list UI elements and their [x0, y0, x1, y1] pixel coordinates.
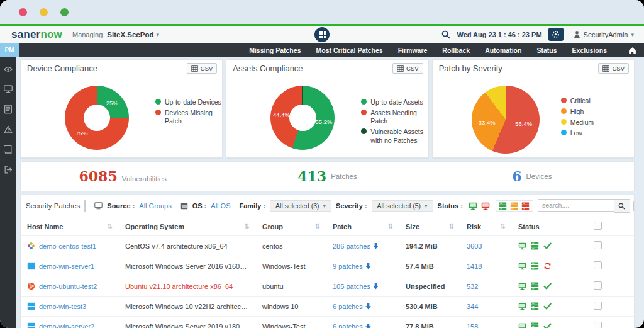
card-title: Patch by Severity — [439, 64, 502, 73]
sort-icon[interactable]: ⇅ — [108, 223, 113, 230]
device-compliance-donut[interactable]: 25%75% — [65, 86, 129, 150]
column-header-risk[interactable]: Risk⇅ — [460, 217, 512, 236]
search-icon[interactable] — [441, 30, 450, 39]
server-red-filter-icon[interactable] — [520, 201, 531, 211]
risk-link[interactable]: 1418 — [467, 263, 482, 270]
os-name: Microsoft Windows Server 2016 v1607 arch… — [125, 263, 256, 270]
legend-item: Up-to-date Assets — [361, 98, 428, 106]
download-icon — [365, 263, 371, 269]
slice-label: 55.2% — [316, 118, 333, 125]
risk-link[interactable]: 344 — [467, 303, 478, 310]
app-header: sanernow Managing SiteX.SecPod▾ Wed Aug … — [0, 26, 644, 43]
apps-grid-icon[interactable] — [314, 27, 330, 42]
group-name: Windows-Test — [262, 263, 305, 270]
server-green-icon — [531, 282, 539, 290]
select-all-checkbox[interactable] — [594, 222, 602, 230]
sort-icon[interactable]: ⇅ — [501, 223, 506, 230]
minimize-window-icon[interactable] — [40, 8, 48, 16]
column-header-group[interactable]: Group⇅ — [256, 217, 326, 236]
settings-button[interactable] — [548, 28, 564, 41]
family-label: Family : — [239, 202, 265, 210]
nav-item-firmware[interactable]: Firmware — [398, 47, 428, 54]
user-menu[interactable]: SecurityAdmin ▾ — [570, 31, 638, 38]
module-badge[interactable]: PM — [0, 43, 19, 57]
sanernow-logo: sanernow — [11, 28, 62, 41]
eye-icon[interactable] — [4, 64, 13, 74]
source-monitor-icon — [94, 202, 103, 210]
patch-severity-card: Patch by Severity CSV 56.4%33.4% Critica… — [432, 59, 635, 158]
patch-count-link[interactable]: 6 patches — [333, 323, 371, 328]
table-title: Security Patches — [26, 202, 80, 210]
account-selector[interactable]: SiteX.SecPod▾ — [107, 31, 159, 38]
severity-dropdown[interactable]: All selected (5)▾ — [372, 200, 433, 212]
csv-export-button[interactable]: CSV — [392, 63, 423, 74]
legend-item: Assets Needing Patch — [361, 109, 428, 125]
row-checkbox[interactable] — [594, 302, 602, 310]
monitor-icon[interactable] — [4, 84, 13, 94]
host-link[interactable]: demo-centos-test1 — [39, 242, 96, 250]
group-name: windows 10 — [262, 303, 298, 310]
nav-item-exclusions[interactable]: Exclusions — [572, 47, 607, 54]
nav-item-rollback[interactable]: Rollback — [442, 47, 470, 54]
column-header-host-name[interactable]: Host Name⇅ — [21, 217, 119, 236]
maximize-window-icon[interactable] — [60, 8, 69, 16]
nav-item-most-critical-patches[interactable]: Most Critical Patches — [316, 47, 382, 54]
sort-icon[interactable]: ⇅ — [388, 223, 393, 230]
row-checkbox[interactable] — [594, 322, 602, 328]
row-checkbox[interactable] — [594, 261, 602, 269]
search-button[interactable] — [614, 199, 630, 213]
risk-link[interactable]: 158 — [467, 323, 478, 328]
home-icon[interactable] — [628, 43, 636, 57]
column-header-size[interactable]: Size⇅ — [399, 217, 460, 236]
risk-link[interactable]: 3603 — [467, 242, 482, 250]
source-value-link[interactable]: All Groups — [139, 202, 171, 210]
column-header-patch[interactable]: Patch⇅ — [326, 217, 399, 236]
host-link[interactable]: demo-win-test3 — [39, 303, 86, 310]
risk-link[interactable]: 532 — [467, 283, 478, 290]
chart-legend: Up-to-date AssetsAssets Needing PatchVul… — [361, 98, 428, 147]
server-green-filter-icon[interactable] — [497, 201, 509, 211]
report-icon[interactable] — [4, 105, 13, 114]
search-input[interactable] — [538, 199, 614, 212]
status-filter-icons — [467, 201, 491, 211]
patch-severity-pie[interactable]: 56.4%33.4% — [472, 86, 540, 154]
signout-icon[interactable] — [4, 165, 13, 174]
nav-item-automation[interactable]: Automation — [485, 47, 521, 54]
warning-icon[interactable] — [4, 125, 13, 134]
sort-icon[interactable]: ⇅ — [315, 223, 320, 230]
monitor-green-filter-icon[interactable] — [467, 201, 479, 211]
family-dropdown[interactable]: All selected (3)▾ — [270, 200, 331, 212]
sort-icon[interactable]: ⇅ — [245, 223, 250, 230]
host-link[interactable]: demo-ubuntu-test2 — [39, 283, 97, 290]
csv-export-button[interactable]: CSV — [187, 63, 218, 74]
os-value-link[interactable]: All OS — [211, 202, 230, 210]
group-name: centos — [262, 242, 282, 250]
csv-export-button[interactable]: CSV — [633, 201, 635, 212]
legend-item: Vulnerable Assets with no Patches — [361, 128, 428, 144]
patch-count-link[interactable]: 105 patches — [333, 283, 379, 290]
view-toggle — [84, 200, 86, 212]
csv-export-button[interactable]: CSV — [598, 63, 629, 74]
row-checkbox[interactable] — [594, 241, 602, 249]
close-window-icon[interactable] — [19, 8, 27, 16]
table-row: demo-centos-test1CentOS v7.4 architectur… — [21, 236, 634, 256]
host-link[interactable]: demo-win-server2 — [39, 323, 94, 328]
patch-size: Unspecified — [406, 283, 445, 290]
sort-icon[interactable]: ⇅ — [449, 223, 454, 230]
device-view-toggle[interactable] — [85, 200, 86, 212]
patch-count-link[interactable]: 286 patches — [333, 242, 379, 250]
server-orange-filter-icon[interactable] — [509, 201, 520, 211]
patch-count-link[interactable]: 9 patches — [333, 263, 371, 270]
nav-item-missing-patches[interactable]: Missing Patches — [249, 47, 301, 54]
patch-count-link[interactable]: 6 patches — [333, 303, 371, 310]
row-checkbox[interactable] — [594, 281, 602, 290]
monitor-red-filter-icon[interactable] — [480, 201, 491, 211]
source-label: Source : — [107, 202, 135, 210]
server-green-icon — [531, 302, 539, 310]
catalog-icon[interactable] — [4, 145, 13, 154]
assets-compliance-donut[interactable]: 55.2%44.4% — [270, 86, 335, 150]
host-link[interactable]: demo-win-server1 — [39, 263, 94, 270]
chart-legend: Up-to-date DevicesDevices Missing Patch — [155, 98, 222, 128]
nav-item-status[interactable]: Status — [536, 47, 557, 54]
column-header-operating-system[interactable]: Operating System⇅ — [119, 217, 256, 236]
